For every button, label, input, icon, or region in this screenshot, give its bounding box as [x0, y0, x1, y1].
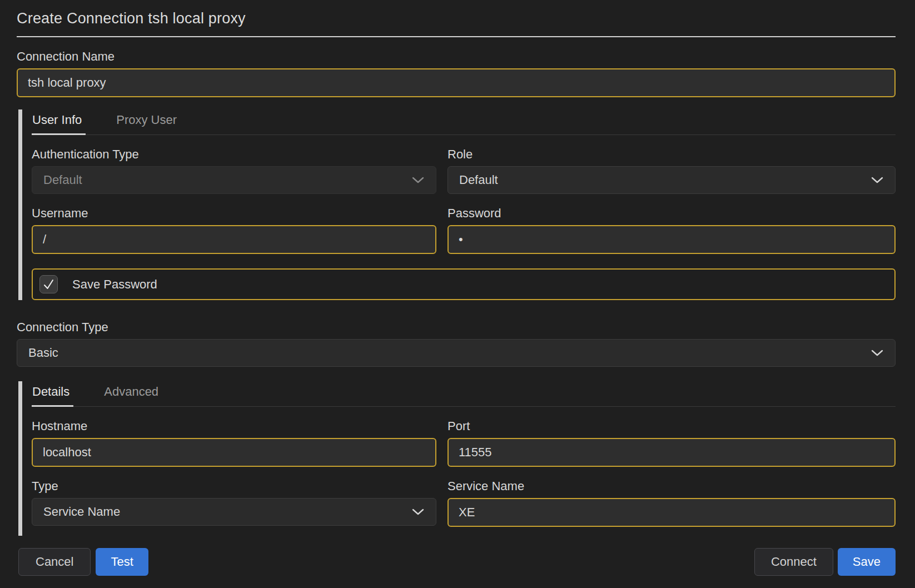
port-label: Port	[447, 419, 896, 433]
role-label: Role	[447, 147, 896, 162]
type-value: Service Name	[43, 505, 120, 519]
save-password-checkbox[interactable]	[39, 275, 58, 293]
password-input[interactable]	[447, 225, 896, 254]
tab-details[interactable]: Details	[32, 385, 73, 407]
hostname-label: Hostname	[32, 419, 436, 433]
user-info-section: User Info Proxy User Authentication Type…	[18, 109, 896, 300]
checkmark-icon	[42, 277, 56, 291]
save-button[interactable]: Save	[838, 548, 896, 576]
connection-name-input[interactable]	[17, 68, 896, 97]
connection-name-label: Connection Name	[17, 49, 896, 64]
connect-button[interactable]: Connect	[754, 548, 833, 576]
tab-advanced[interactable]: Advanced	[103, 385, 162, 407]
save-password-label: Save Password	[72, 277, 157, 292]
hostname-input[interactable]	[32, 438, 436, 467]
authentication-type-label: Authentication Type	[32, 147, 436, 162]
chevron-down-icon	[871, 349, 884, 357]
username-input[interactable]	[32, 225, 436, 254]
role-value: Default	[459, 173, 498, 187]
dialog-footer: Cancel Test Connect Save	[17, 548, 896, 576]
service-name-label: Service Name	[447, 479, 896, 494]
authentication-type-select[interactable]: Default	[32, 166, 436, 194]
connection-type-value: Basic	[28, 346, 58, 360]
create-connection-dialog: Create Connection tsh local proxy Connec…	[17, 0, 896, 576]
role-select[interactable]: Default	[447, 166, 896, 194]
chevron-down-icon	[411, 508, 425, 516]
password-label: Password	[447, 206, 896, 221]
details-section: Details Advanced Hostname Port Type Serv…	[18, 381, 896, 536]
authentication-type-value: Default	[43, 173, 82, 187]
test-button[interactable]: Test	[96, 548, 148, 576]
type-select[interactable]: Service Name	[32, 498, 436, 526]
username-label: Username	[32, 206, 436, 221]
type-label: Type	[32, 479, 436, 494]
connection-type-label: Connection Type	[17, 320, 896, 335]
cancel-button[interactable]: Cancel	[18, 548, 91, 576]
dialog-title: Create Connection tsh local proxy	[17, 10, 896, 37]
chevron-down-icon	[411, 176, 425, 184]
port-input[interactable]	[447, 438, 896, 467]
details-tabs: Details Advanced	[32, 381, 896, 407]
save-password-box: Save Password	[32, 268, 896, 300]
user-info-tabs: User Info Proxy User	[32, 109, 896, 135]
tab-proxy-user[interactable]: Proxy User	[116, 113, 181, 135]
connection-type-select[interactable]: Basic	[17, 339, 896, 367]
service-name-input[interactable]	[447, 498, 896, 527]
tab-user-info[interactable]: User Info	[32, 113, 86, 135]
chevron-down-icon	[871, 176, 884, 184]
